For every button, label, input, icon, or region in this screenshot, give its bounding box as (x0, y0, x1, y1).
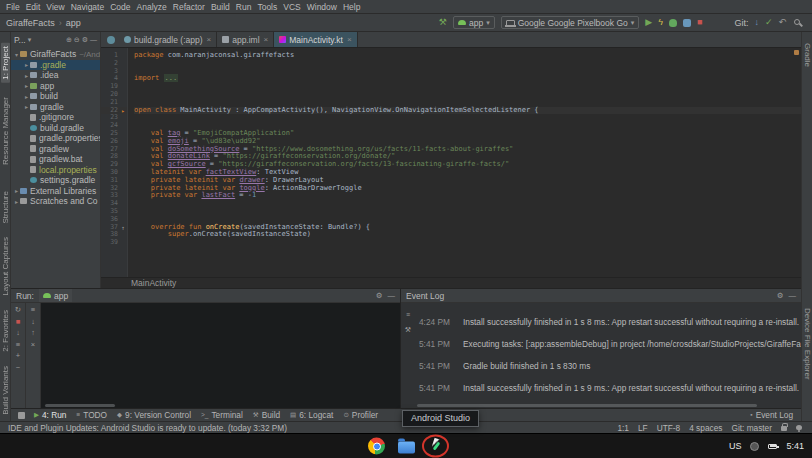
chrome-icon[interactable] (368, 438, 385, 455)
chevron-down-icon[interactable]: ▾ (28, 36, 32, 44)
notifications-bell-icon[interactable] (796, 425, 802, 430)
close-icon[interactable]: × (264, 35, 269, 44)
toolwindow-button-todo[interactable]: ≡TODO (71, 409, 112, 421)
project-panel-icon-1[interactable]: ⊖ (74, 36, 80, 44)
tree-item-scratches-and-co[interactable]: ▸Scratches and Co (11, 196, 100, 207)
toolwindow-button-profiler[interactable]: ⊙Profiler (338, 409, 383, 421)
tray-status-icon[interactable] (750, 442, 759, 451)
tree-item-idea[interactable]: ▸.idea (11, 70, 100, 81)
file-manager-icon[interactable] (398, 442, 415, 454)
tree-item-gradle[interactable]: ▸.gradle (11, 60, 100, 71)
project-panel-icon-2[interactable]: ⚙ (82, 36, 88, 44)
close-icon[interactable]: × (347, 35, 352, 44)
device-selector[interactable]: Google Google Pixelbook Go ▾ (501, 16, 640, 29)
editor-breadcrumb[interactable]: MainActivity (101, 277, 801, 288)
breadcrumb-project[interactable]: GiraffeFacts (6, 18, 55, 28)
code-editor[interactable]: package com.naranjaconsal.giraffefacts i… (128, 48, 801, 277)
menu-item-help[interactable]: Help (340, 2, 363, 12)
run-tool-icon-1[interactable]: ■ (16, 318, 21, 326)
tree-item-gradlew[interactable]: gradlew (11, 144, 100, 155)
git-update-button[interactable]: ↓ (754, 18, 759, 27)
clock[interactable]: 5:41 (786, 441, 804, 451)
stop-button[interactable]: ■ (697, 18, 702, 27)
menu-item-view[interactable]: View (43, 2, 67, 12)
toolwindow-button-4-run[interactable]: ▶4: Run (29, 409, 71, 421)
editor-tab-app-iml[interactable]: app.iml× (217, 32, 274, 47)
tree-item-giraffefacts[interactable]: ▾GiraffeFacts~/AndroidStudioProje (11, 49, 100, 60)
menu-item-tools[interactable]: Tools (254, 2, 280, 12)
tree-item-external-libraries[interactable]: ▸External Libraries (11, 186, 100, 197)
console-tool-icon-2[interactable]: ↑ (31, 329, 35, 337)
tool-stripe-device-file-explorer[interactable]: Device File Explorer (803, 308, 812, 380)
tree-item-app[interactable]: ▸app (11, 81, 100, 92)
menu-item-window[interactable]: Window (304, 2, 340, 12)
expand-arrow-icon[interactable]: ▾ (13, 51, 20, 58)
expand-arrow-icon[interactable]: ▸ (23, 61, 30, 68)
tree-item-local-properties[interactable]: local.properties (11, 165, 100, 176)
menu-item-build[interactable]: Build (208, 2, 233, 12)
toolwindow-button-terminal[interactable]: >_Terminal (196, 409, 248, 421)
run-tool-icon-2[interactable]: ↓ (16, 329, 20, 337)
menu-item-refactor[interactable]: Refactor (170, 2, 208, 12)
toolwindow-button-build[interactable]: ⚒Build (248, 409, 285, 421)
status-line-ending[interactable]: LF (638, 423, 648, 433)
run-tab-app[interactable]: app (39, 289, 72, 302)
menu-item-code[interactable]: Code (107, 2, 133, 12)
expand-arrow-icon[interactable]: ▸ (23, 103, 30, 110)
keyboard-layout-indicator[interactable]: US (729, 441, 742, 451)
run-header-icon-0[interactable]: ⚙ (376, 291, 383, 300)
tool-stripe-1-project[interactable]: 1: Project (1, 43, 10, 83)
menu-item-analyze[interactable]: Analyze (134, 2, 170, 12)
profile-button[interactable] (683, 19, 691, 27)
run-tool-icon-0[interactable]: ↻ (15, 306, 21, 314)
status-indent[interactable]: 4 spaces (689, 423, 722, 433)
tool-stripe-structure[interactable]: Structure (1, 191, 10, 223)
run-console[interactable] (41, 303, 400, 408)
event-log-header-icon-0[interactable]: ⚙ (777, 291, 784, 300)
status-git-branch[interactable]: Git: master (731, 423, 772, 433)
console-tool-icon-3[interactable]: × (31, 341, 35, 349)
console-tool-icon-1[interactable]: ↓ (31, 318, 35, 326)
tool-stripe-build-variants[interactable]: Build Variants (1, 366, 10, 415)
tool-stripe-2-favorites[interactable]: 2: Favorites (1, 310, 10, 352)
console-tool-icon-0[interactable]: ≡ (31, 306, 35, 314)
status-encoding[interactable]: UTF-8 (657, 423, 681, 433)
event-log-scrollbar[interactable] (401, 404, 801, 408)
run-tool-icon-4[interactable]: + (16, 352, 20, 360)
breadcrumb-module[interactable]: app (66, 18, 81, 28)
status-caret-position[interactable]: 1:1 (617, 423, 629, 433)
toolwindow-button-event-log[interactable]: ▪Event Log (745, 409, 798, 421)
debug-button[interactable] (669, 19, 677, 27)
inspections-indicator-icon[interactable] (794, 50, 799, 55)
expand-arrow-icon[interactable]: ▸ (13, 187, 20, 194)
apply-changes-button[interactable]: ϟ (658, 18, 663, 27)
override-gutter-icon[interactable]: ↑ (119, 224, 127, 232)
toolwindow-button-9-version-control[interactable]: ◆9: Version Control (112, 409, 196, 421)
menu-item-run[interactable]: Run (233, 2, 255, 12)
menu-item-edit[interactable]: Edit (23, 2, 44, 12)
editor-tab-build-gradle-app[interactable]: build.gradle (:app)× (119, 32, 217, 47)
expand-arrow-icon[interactable]: ▸ (13, 198, 20, 205)
editor-tab-mainactivity-kt[interactable]: MainActivity.kt× (274, 32, 357, 47)
run-button[interactable]: ▶ (645, 18, 652, 27)
menu-item-file[interactable]: File (3, 2, 23, 12)
tree-item-build[interactable]: ▸build (11, 91, 100, 102)
tool-stripe-gradle[interactable]: Gradle (803, 43, 812, 67)
menu-item-vcs[interactable]: VCS (280, 2, 303, 12)
tree-item-gitignore[interactable]: .gitignore (11, 112, 100, 123)
tree-item-gradlew-bat[interactable]: gradlew.bat (11, 154, 100, 165)
git-rollback-button[interactable]: ↶ (778, 18, 786, 27)
event-log-entries[interactable]: 4:24 PMInstall successfully finished in … (415, 303, 801, 404)
tree-item-build-gradle[interactable]: build.gradle (11, 123, 100, 134)
expand-arrow-icon[interactable]: ▸ (23, 72, 30, 79)
expand-arrow-icon[interactable]: ▸ (23, 93, 30, 100)
tool-stripe-resource-manager[interactable]: Resource Manager (1, 97, 10, 165)
tree-item-gradle[interactable]: ▸gradle (11, 102, 100, 113)
tool-stripe-layout-captures[interactable]: Layout Captures (1, 237, 10, 296)
tree-item-settings-gradle[interactable]: settings.gradle (11, 175, 100, 186)
run-header-icon-1[interactable]: — (388, 291, 396, 300)
toolwindow-button-6-logcat[interactable]: ▤6: Logcat (285, 409, 338, 421)
run-gutter-icon[interactable]: ▸ (119, 107, 127, 115)
build-hammer-icon[interactable]: ⚒ (439, 18, 447, 27)
tree-item-gradle-properties[interactable]: gradle.properties (11, 133, 100, 144)
